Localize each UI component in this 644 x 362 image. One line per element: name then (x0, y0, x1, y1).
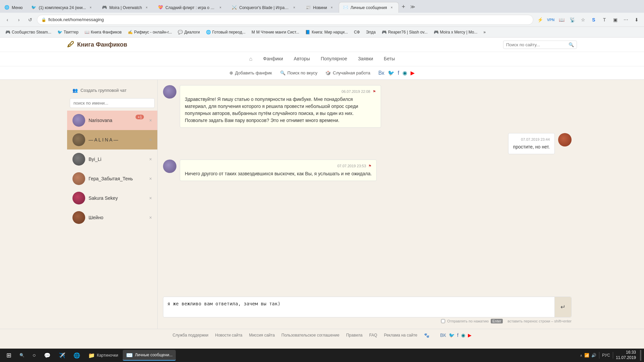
collections-button[interactable]: ▣ (610, 15, 620, 24)
bookmark-gotoviy[interactable]: 🌐 Готовый переод... (203, 28, 248, 36)
tab-messages-close[interactable]: × (389, 5, 394, 10)
message-3-flag[interactable]: ⚑ (368, 164, 372, 168)
back-button[interactable]: ‹ (3, 15, 12, 24)
tray-volume-icon[interactable]: 🔊 (591, 353, 596, 358)
tab-flirt-close[interactable]: × (218, 5, 223, 10)
taskbar-search[interactable]: 🔍 (16, 350, 28, 361)
footer-support[interactable]: Служба поддержки (172, 333, 208, 338)
message-1-flag[interactable]: ⚑ (373, 89, 376, 94)
taskbar-files[interactable]: 📁 Картиночки (85, 350, 122, 361)
bookmark-sf[interactable]: СФ (351, 28, 363, 36)
extensions-button[interactable]: ⚡ (535, 15, 545, 24)
bookmark-reaper[interactable]: 🎮 Reaper76 | Slash ov... (379, 28, 430, 36)
site-search-box[interactable]: 🔍 (503, 41, 577, 49)
taskbar-cortana[interactable]: ○ (29, 350, 39, 361)
contact-sheino-remove[interactable]: × (149, 215, 152, 220)
cast-button[interactable]: 📡 (568, 15, 577, 24)
search-contacts-input[interactable] (70, 98, 155, 108)
taskbar-time[interactable]: 16:33 11.07.2019 (616, 350, 636, 360)
translate-button[interactable]: T (600, 15, 609, 24)
footer-mission[interactable]: Миссия сайта (249, 333, 275, 338)
tab-news[interactable]: 📰 Новини × (301, 2, 339, 13)
tab-messages[interactable]: ✉️ Личные сообщения × (339, 2, 399, 13)
bookmark-dialogi[interactable]: 💬 Диалоги (175, 28, 202, 36)
reader-button[interactable]: 📖 (557, 15, 566, 24)
footer-rules[interactable]: Правила (346, 333, 363, 338)
bookmark-steam[interactable]: 🎮 Сообщество Steam... (3, 28, 54, 36)
message-input[interactable]: я же вежливо вам ответила, зачем вы так) (163, 297, 554, 317)
taskbar-browser[interactable]: 🌐 (70, 350, 84, 361)
add-fanfik-link[interactable]: ⊕ Добавить фанфик (229, 70, 272, 75)
home-nav-icon[interactable]: ⌂ (249, 56, 253, 62)
tab-moira-close[interactable]: × (144, 5, 149, 10)
create-group-button[interactable]: 👥 Создать групповой чат (67, 85, 157, 96)
profile-button[interactable]: S (589, 15, 598, 24)
show-desktop-button[interactable] (640, 350, 641, 361)
contact-alina-remove[interactable]: × (149, 137, 152, 142)
footer-vk-icon[interactable]: ВК (440, 333, 446, 338)
facebook-social-icon[interactable]: f (398, 70, 399, 76)
nav-bety[interactable]: Беты (384, 56, 395, 62)
contact-sakura[interactable]: Sakura Sekey × (67, 188, 157, 208)
site-logo[interactable]: 🖊 Книга Фанфиков (67, 40, 127, 49)
footer-faq[interactable]: FAQ (369, 333, 377, 338)
nav-populyarnoe[interactable]: Популярное (321, 56, 347, 62)
nav-fanfiki[interactable]: Фанфики (263, 56, 283, 62)
bookmark-ficbook[interactable]: 📖 Книга Фанфиков (82, 28, 124, 36)
contact-gera-remove[interactable]: × (149, 176, 152, 181)
taskbar-skype[interactable]: 💬 (41, 350, 54, 361)
youtube-social-icon[interactable]: ▶ (411, 70, 415, 76)
new-tab-button[interactable]: + (399, 2, 408, 11)
contact-sheino[interactable]: Шейно × (67, 208, 157, 227)
footer-agreement[interactable]: Пользовательское соглашение (281, 333, 339, 338)
send-button[interactable]: ↵ (554, 297, 571, 317)
tab-flirt[interactable]: 💝 Сладкий флирт : игра о л... × (154, 2, 227, 13)
tab-conqueror-close[interactable]: × (291, 5, 297, 10)
bookmark-rifmus[interactable]: ✍️ Рифмус - онлайн-г... (125, 28, 175, 36)
search-taste-link[interactable]: 🔍 Поиск по вкусу (280, 70, 318, 75)
footer-lj-icon[interactable]: ◉ (461, 333, 465, 338)
site-search-input[interactable] (506, 42, 567, 47)
nav-zayavki[interactable]: Заявки (358, 56, 373, 62)
taskbar-active-app[interactable]: ✉️ Личные сообщени... (123, 350, 176, 361)
tab-moira[interactable]: 🎮 Moira | Overwatch × (98, 2, 154, 13)
tray-arrow[interactable]: ∧ (580, 354, 582, 357)
vpn-button[interactable]: VPN (546, 15, 555, 24)
send-on-enter-checkbox[interactable] (441, 319, 445, 323)
taskbar-telegram[interactable]: ✈️ (55, 350, 69, 361)
forward-button[interactable]: › (14, 15, 23, 24)
footer-twitter-icon[interactable]: 🐦 (449, 333, 454, 338)
tab-twitter[interactable]: 🐦 (1) комплексука 24 (кни... × (27, 2, 98, 13)
bookmark-elda[interactable]: Элда (363, 28, 378, 36)
favorites-button[interactable]: ☆ (578, 15, 588, 24)
bookmark-kniga[interactable]: 📘 Книга: Мир нарци... (303, 28, 351, 36)
contact-narisovana[interactable]: Narisovana +1 × (67, 111, 157, 130)
start-button[interactable]: ⊞ (3, 350, 15, 361)
livejournal-social-icon[interactable]: ◉ (402, 70, 407, 76)
bookmark-twitter[interactable]: 🐦 Твиттер (55, 28, 81, 36)
refresh-button[interactable]: ↺ (25, 15, 35, 24)
footer-news[interactable]: Новости сайта (215, 333, 242, 338)
tab-conqueror[interactable]: ⚔️ Conqueror's Blade | Играй... × (227, 2, 301, 13)
site-search-icon[interactable]: 🔍 (569, 42, 574, 47)
random-work-link[interactable]: 🎲 Случайная работа (325, 70, 370, 75)
vk-social-icon[interactable]: Вк (378, 70, 384, 76)
tab-news-close[interactable]: × (329, 5, 334, 10)
taskbar-lang[interactable]: РУС (602, 353, 610, 358)
nav-avtory[interactable]: Авторы (294, 56, 310, 62)
more-options-button[interactable]: ⋯ (621, 15, 631, 24)
footer-ads[interactable]: Реклама на сайте (384, 333, 418, 338)
contact-byili[interactable]: Byi_Li × (67, 149, 157, 169)
bookmark-more[interactable]: » (481, 28, 488, 36)
contact-byili-remove[interactable]: × (149, 157, 152, 162)
contact-sakura-remove[interactable]: × (149, 195, 152, 201)
footer-youtube-icon[interactable]: ▶ (468, 333, 472, 338)
tab-menu[interactable]: 🌐 Меню (0, 2, 27, 13)
bookmark-moira-mercy[interactable]: 🎮 Moira x Mercy | Mo... (431, 28, 480, 36)
tab-twitter-close[interactable]: × (88, 5, 93, 10)
footer-facebook-icon[interactable]: f (457, 333, 459, 338)
contact-gera[interactable]: Гера_Забытая_Тень × (67, 169, 157, 188)
contact-narisovana-remove[interactable]: × (149, 118, 152, 123)
bookmark-manga[interactable]: M M Чтение манги Сист... (249, 28, 302, 36)
download-button[interactable]: ⬇ (632, 15, 641, 24)
